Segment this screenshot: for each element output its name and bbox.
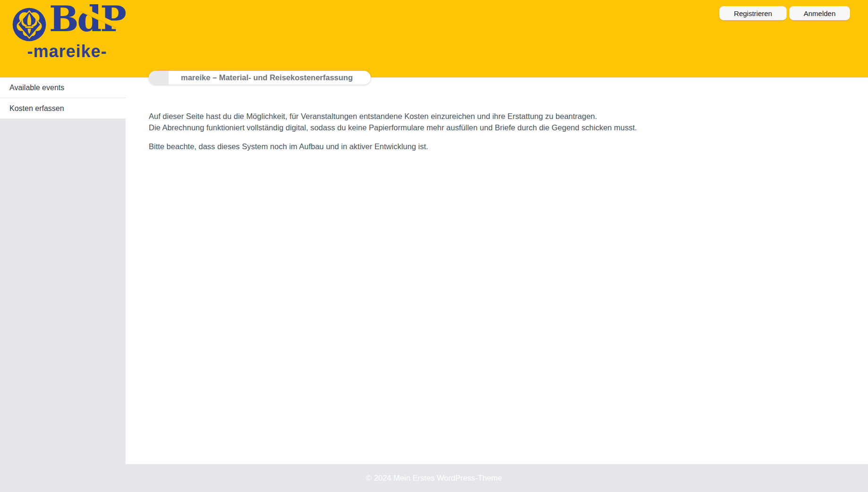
page-title: mareike – Material- und Reisekostenerfas… [169,73,371,82]
bdp-emblem-icon [12,8,46,43]
sidebar-item-available-events[interactable]: Available events [0,77,126,98]
sidebar-item-label: Kosten erfassen [9,104,64,113]
mareike-wordmark: -mareike- [13,42,121,60]
tab-handle [149,71,169,85]
sidebar-item-label: Available events [9,84,64,92]
login-button[interactable]: Anmelden [789,6,850,20]
page-title-tab: mareike – Material- und Reisekostenerfas… [149,71,371,85]
sidebar-item-kosten-erfassen[interactable]: Kosten erfassen [0,98,126,119]
footer: © 2024 Mein Erstes WordPress-Theme [0,464,868,492]
app-header: BdP -mareike- Registrieren Anmelden [0,0,868,77]
intro-line-2: Die Abrechnung funktioniert vollständig … [149,122,637,133]
page-body-text: Auf dieser Seite hast du die Möglichkeit… [149,110,637,152]
copyright-text: © 2024 Mein Erstes WordPress-Theme [366,474,502,483]
site-logo-link[interactable]: BdP -mareike- [0,0,128,71]
bdp-wordmark: BdP [49,0,125,42]
intro-paragraph: Auf dieser Seite hast du die Möglichkeit… [149,110,637,133]
intro-line-1: Auf dieser Seite hast du die Möglichkeit… [149,110,637,122]
sidebar: Available events Kosten erfassen [0,77,126,464]
register-button[interactable]: Registrieren [719,6,787,20]
notice-paragraph: Bitte beachte, dass dieses System noch i… [149,141,637,152]
